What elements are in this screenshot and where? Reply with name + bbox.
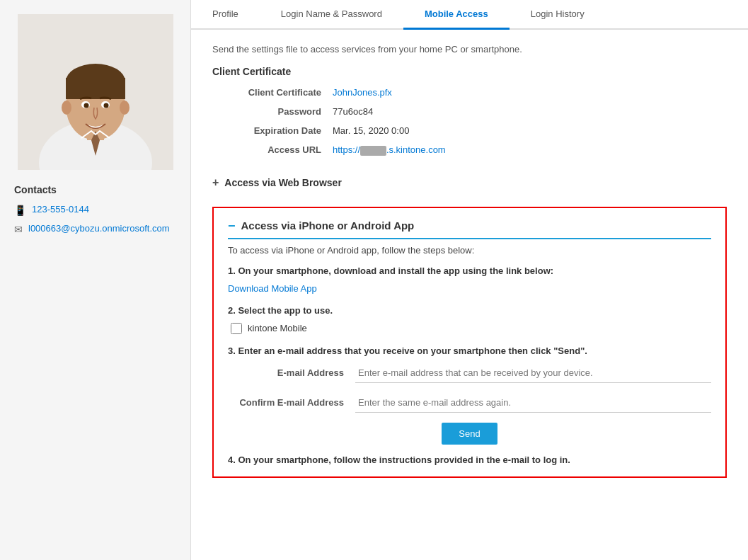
- mobile-app-collapse-icon[interactable]: −: [228, 219, 236, 232]
- step2-text: 2. Select the app to use.: [228, 305, 711, 316]
- confirm-email-label: Confirm E-mail Address: [228, 397, 355, 408]
- tab-mobile-access[interactable]: Mobile Access: [403, 0, 510, 30]
- password-row: Password 77u6oc84: [219, 106, 727, 117]
- sidebar: Contacts 📱 123-555-0144 ✉ l000663@cybozu…: [0, 0, 191, 560]
- email-address-input[interactable]: [355, 363, 711, 383]
- password-value: 77u6oc84: [333, 106, 373, 117]
- confirm-email-input[interactable]: [355, 393, 711, 413]
- access-url-value[interactable]: https://████.s.kintone.com: [333, 144, 446, 156]
- download-link[interactable]: Download Mobile App: [228, 283, 317, 294]
- svg-point-11: [84, 103, 88, 108]
- url-blurred: ████: [360, 146, 386, 156]
- web-browser-toggle[interactable]: + Access via Web Browser: [212, 170, 727, 195]
- main-content: Profile Login Name & Password Mobile Acc…: [191, 0, 748, 560]
- svg-point-7: [62, 101, 71, 115]
- phone-number[interactable]: 123-555-0144: [32, 204, 89, 215]
- web-browser-title: Access via Web Browser: [224, 177, 342, 188]
- content-area: Send the settings file to access service…: [191, 30, 748, 560]
- confirm-email-row: Confirm E-mail Address: [228, 393, 711, 413]
- email-address-row: E-mail Address: [228, 363, 711, 383]
- expiration-row: Expiration Date Mar. 15, 2020 0:00: [219, 125, 727, 136]
- svg-point-8: [120, 101, 130, 115]
- client-cert-label: Client Certificate: [219, 87, 333, 98]
- email-address[interactable]: l000663@cybozu.onmicrosoft.com: [28, 223, 170, 234]
- tab-nav: Profile Login Name & Password Mobile Acc…: [191, 0, 748, 30]
- svg-rect-6: [66, 78, 125, 99]
- email-contact: ✉ l000663@cybozu.onmicrosoft.com: [14, 223, 176, 235]
- tab-login-name-password[interactable]: Login Name & Password: [260, 0, 403, 30]
- step1-text: 1. On your smartphone, download and inst…: [228, 265, 711, 276]
- password-label: Password: [219, 106, 333, 117]
- mobile-app-section: − Access via iPhone or Android App To ac…: [212, 207, 727, 478]
- expiration-label: Expiration Date: [219, 125, 333, 136]
- web-browser-toggle-icon: +: [212, 177, 219, 188]
- kintone-mobile-checkbox-row: kintone Mobile: [231, 323, 711, 334]
- contacts-section: Contacts 📱 123-555-0144 ✉ l000663@cybozu…: [0, 184, 190, 242]
- email-address-label: E-mail Address: [228, 367, 355, 378]
- client-certificate-title: Client Certificate: [212, 66, 727, 77]
- tab-profile[interactable]: Profile: [191, 0, 260, 30]
- expiration-value: Mar. 15, 2020 0:00: [333, 125, 409, 136]
- client-certificate-table: Client Certificate JohnJones.pfx Passwor…: [219, 87, 727, 156]
- client-cert-value[interactable]: JohnJones.pfx: [333, 87, 392, 98]
- step4-text: 4. On your smartphone, follow the instru…: [228, 455, 711, 465]
- intro-text: Send the settings file to access service…: [212, 44, 727, 55]
- step3-text: 3. Enter an e-mail address that you rece…: [228, 345, 711, 356]
- phone-contact: 📱 123-555-0144: [14, 204, 176, 216]
- contacts-title: Contacts: [14, 184, 176, 195]
- tab-login-history[interactable]: Login History: [510, 0, 606, 30]
- phone-icon: 📱: [14, 205, 26, 216]
- svg-point-12: [103, 103, 108, 108]
- mobile-app-desc: To access via iPhone or Android app, fol…: [228, 245, 711, 256]
- kintone-mobile-label: kintone Mobile: [248, 323, 307, 333]
- client-cert-row: Client Certificate JohnJones.pfx: [219, 87, 727, 98]
- avatar: [18, 14, 173, 170]
- send-button[interactable]: Send: [442, 423, 497, 445]
- web-browser-section: + Access via Web Browser: [212, 170, 727, 195]
- mobile-app-title: Access via iPhone or Android App: [241, 219, 415, 232]
- send-button-container: Send: [228, 423, 711, 445]
- access-url-label: Access URL: [219, 144, 333, 155]
- email-icon: ✉: [14, 224, 23, 235]
- kintone-mobile-checkbox[interactable]: [231, 323, 242, 334]
- mobile-app-header: − Access via iPhone or Android App: [228, 219, 711, 239]
- access-url-row: Access URL https://████.s.kintone.com: [219, 144, 727, 156]
